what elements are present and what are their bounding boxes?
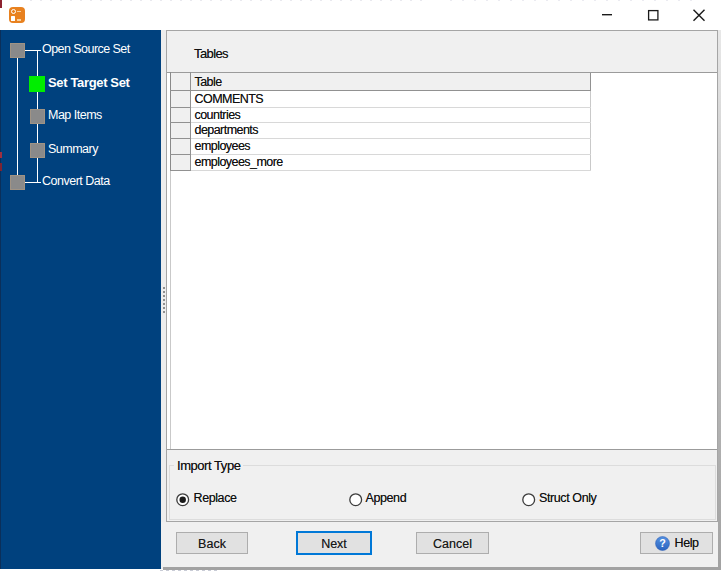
svg-text:?: ? [659,537,666,549]
